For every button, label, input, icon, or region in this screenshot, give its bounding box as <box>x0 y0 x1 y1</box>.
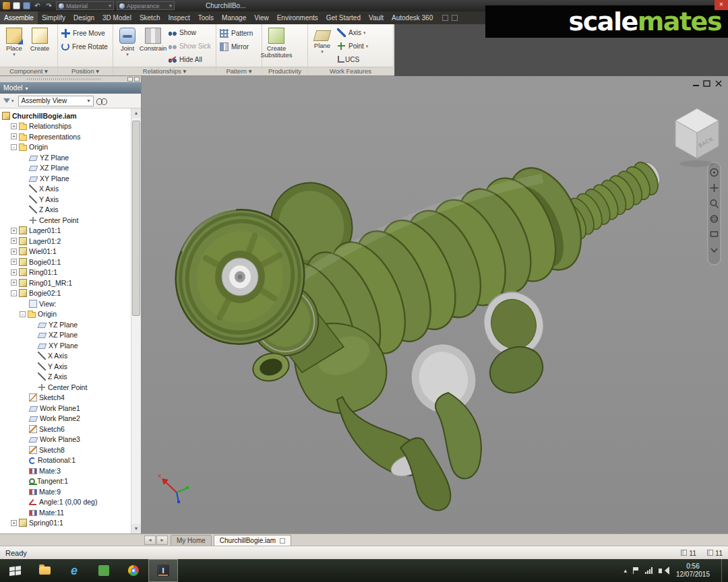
ribbon-option-icon[interactable] <box>442 15 448 21</box>
tree-item-churchillbogie-iam[interactable]: ChurchillBogie.iam <box>0 110 131 121</box>
navigation-bar[interactable] <box>708 162 721 265</box>
expand-icon[interactable]: + <box>11 280 17 286</box>
panel-label-pattern[interactable]: Pattern ▾ <box>216 67 262 75</box>
viewport-3d-scene[interactable]: BACK <box>142 76 728 534</box>
tree-item-mate-3[interactable]: Mate:3 <box>0 465 131 476</box>
scroll-down-icon[interactable]: ▼ <box>131 524 141 534</box>
application-menu-icon[interactable] <box>3 2 10 9</box>
tree-item-y-axis[interactable]: Y Axis <box>0 194 131 205</box>
tree-item-yz-plane[interactable]: YZ Plane <box>0 319 131 330</box>
tree-item-sketch4[interactable]: Sketch4 <box>0 393 131 403</box>
create-substitutes-button[interactable]: Create Substitutes <box>264 25 289 66</box>
browser-scrollbar[interactable]: ▲ ▼ <box>131 108 141 534</box>
tab-manage[interactable]: Manage <box>218 11 250 24</box>
tab-3d-model[interactable]: 3D Model <box>98 11 135 24</box>
tree-item-relationships[interactable]: +Relationships <box>0 121 131 132</box>
taskbar-file-explorer[interactable] <box>30 559 59 582</box>
panel-label-work-features[interactable]: Work Features <box>308 67 393 75</box>
tree-item-lager01-1[interactable]: +Lager01:1 <box>0 226 131 236</box>
expand-icon[interactable]: + <box>11 249 17 255</box>
ribbon-help-icon[interactable] <box>452 15 458 21</box>
hidden-icons-chevron[interactable]: ▴ <box>624 567 627 574</box>
tree-item-xz-plane[interactable]: XZ Plane <box>0 330 131 341</box>
tab-autodesk-360[interactable]: Autodesk 360 <box>388 11 437 24</box>
tree-item-mate-11[interactable]: Mate:11 <box>0 507 131 518</box>
undo-icon[interactable]: ↶ <box>33 2 42 9</box>
scrollbar-thumb[interactable] <box>132 121 140 316</box>
tree-item-ring01-mr-1[interactable]: +Ring01_MR:1 <box>0 278 131 288</box>
tab-environments[interactable]: Environments <box>273 11 322 24</box>
tree-item-x-axis[interactable]: X Axis <box>0 351 131 362</box>
tree-item-rotational-1[interactable]: Rotational:1 <box>0 455 131 466</box>
redo-icon[interactable]: ↷ <box>44 2 53 9</box>
tab-get-started[interactable]: Get Started <box>322 11 365 24</box>
tab-inspect[interactable]: Inspect <box>164 11 193 24</box>
taskbar-clock[interactable]: 0:56 12/07/2015 <box>671 562 715 579</box>
tree-item-origin[interactable]: -Origin <box>0 309 131 320</box>
speaker-icon[interactable] <box>659 569 662 573</box>
taskbar-green-app[interactable] <box>89 559 119 582</box>
tree-item-work-plane3[interactable]: Work Plane3 <box>0 434 131 445</box>
tab-sketch[interactable]: Sketch <box>135 11 164 24</box>
expand-icon[interactable]: + <box>11 520 17 526</box>
save-icon[interactable] <box>23 2 30 9</box>
free-rotate-button[interactable]: Free Rotate <box>59 40 110 53</box>
panel-label-position[interactable]: Position ▾ <box>58 67 113 75</box>
panel-label-productivity[interactable]: Productivity <box>262 67 307 75</box>
view-mode-selector[interactable]: Assembly View ▾ <box>18 96 94 106</box>
tree-item-z-axis[interactable]: Z Axis <box>0 205 131 216</box>
constrain-button[interactable]: Constrain <box>140 25 166 66</box>
tab-assemble[interactable]: Assemble <box>0 11 38 24</box>
scroll-up-icon[interactable]: ▲ <box>131 108 141 118</box>
tree-item-mate-9[interactable]: Mate:9 <box>0 486 131 497</box>
browser-grip[interactable] <box>0 76 141 82</box>
browser-header[interactable]: Model▾ <box>0 82 141 94</box>
tab-tools[interactable]: Tools <box>194 11 218 24</box>
tree-item-view[interactable]: View: <box>0 298 131 309</box>
tab-vault[interactable]: Vault <box>365 11 388 24</box>
tree-item-z-axis[interactable]: Z Axis <box>0 372 131 383</box>
tree-item-y-axis[interactable]: Y Axis <box>0 361 131 372</box>
taskbar-internet-explorer[interactable]: e <box>59 559 89 582</box>
tree-item-yz-plane[interactable]: YZ Plane <box>0 152 131 163</box>
search-icon[interactable] <box>96 97 107 105</box>
document-tab-churchillbogie-iam[interactable]: ChurchillBogie.iam <box>214 535 291 546</box>
expand-icon[interactable]: + <box>11 228 17 234</box>
ucs-button[interactable]: UCS <box>335 53 370 66</box>
tree-item-work-plane1[interactable]: Work Plane1 <box>0 403 131 414</box>
tree-item-x-axis[interactable]: X Axis <box>0 184 131 195</box>
show-button[interactable]: Show <box>166 26 213 40</box>
new-file-icon[interactable] <box>13 2 20 9</box>
expand-icon[interactable]: + <box>11 123 17 129</box>
expand-icon[interactable]: + <box>11 133 17 139</box>
viewport[interactable]: BACK <box>142 76 728 534</box>
tab-simplify[interactable]: Simplify <box>38 11 69 24</box>
tree-item-center-point[interactable]: Center Point <box>0 382 131 393</box>
tree-item-angle-1-0-00-deg[interactable]: Angle:1 (0,00 deg) <box>0 497 131 508</box>
tree-item-xy-plane[interactable]: XY Plane <box>0 340 131 351</box>
show-sick-button[interactable]: Show Sick <box>166 40 213 53</box>
tree-item-xz-plane[interactable]: XZ Plane <box>0 163 131 174</box>
show-desktop-button[interactable] <box>721 559 725 582</box>
action-center-flag-icon[interactable] <box>633 567 639 574</box>
mirror-button[interactable]: Mirror <box>218 40 255 53</box>
material-dropdown[interactable]: Material ▾ <box>56 1 114 10</box>
axis-button[interactable]: Axis▾ <box>335 26 370 40</box>
tree-item-origin[interactable]: -Origin <box>0 142 131 153</box>
tree-item-xy-plane[interactable]: XY Plane <box>0 173 131 184</box>
network-icon[interactable] <box>645 567 653 574</box>
tree-item-work-plane2[interactable]: Work Plane2 <box>0 414 131 424</box>
tree-item-ring01-1[interactable]: +Ring01:1 <box>0 267 131 278</box>
tree-item-bogie02-1[interactable]: -Bogie02:1 <box>0 288 131 299</box>
expand-icon[interactable]: + <box>11 259 17 265</box>
free-move-button[interactable]: Free Move <box>59 26 110 40</box>
appearance-dropdown[interactable]: Appearance ▾ <box>117 1 175 10</box>
expand-icon[interactable]: + <box>11 269 17 276</box>
pattern-button[interactable]: Pattern <box>218 26 255 40</box>
tab-design[interactable]: Design <box>69 11 98 24</box>
tab-view[interactable]: View <box>250 11 273 24</box>
tree-item-representations[interactable]: +Representations <box>0 131 131 142</box>
browser-close-icon[interactable] <box>134 77 140 82</box>
panel-label-component[interactable]: Component ▾ <box>0 67 57 75</box>
tree-item-spring01-1[interactable]: +Spring01:1 <box>0 518 131 529</box>
